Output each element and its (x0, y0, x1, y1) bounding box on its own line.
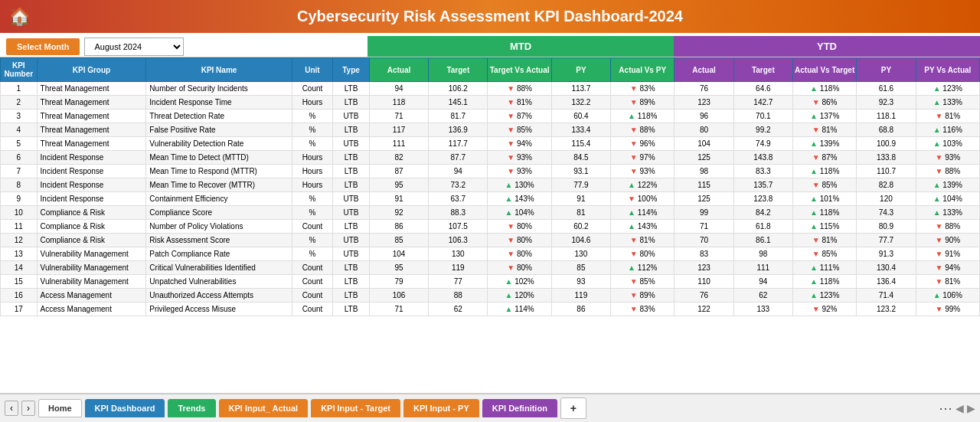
cell-unit: % (292, 123, 333, 137)
cell-unit: Hours (292, 178, 333, 192)
cell-ytd-py: 77.7 (857, 234, 916, 247)
col-header-ytd-py: PY (857, 58, 916, 82)
arrow-down-icon: ▼ (630, 126, 638, 134)
cell-mtd-py: 84.5 (551, 151, 610, 165)
cell-ytd-target: 64.6 (733, 82, 792, 96)
cell-type: UTB (333, 247, 370, 261)
tab-next-button[interactable]: › (21, 401, 35, 416)
cell-type: LTB (333, 96, 370, 110)
cell-ytd-py: 110.7 (857, 165, 916, 178)
tab-kpi-input-py[interactable]: KPI Input - PY (403, 399, 479, 417)
cell-ytd-actual: 80 (675, 123, 733, 137)
cell-type: LTB (333, 178, 370, 192)
tab-trends[interactable]: Trends (168, 399, 215, 417)
cell-group: Incident Response (37, 192, 146, 206)
table-row: 8 Incident Response Mean Time to Recover… (1, 178, 980, 192)
cell-group: Vulnerability Management (37, 247, 146, 261)
cell-name: Critical Vulnerabilities Identified (146, 261, 292, 275)
cell-ytd-avst: ▲ 115% (793, 220, 857, 234)
cell-mtd-target: 119 (429, 261, 488, 275)
cell-ytd-actual: 98 (675, 165, 733, 178)
kpi-table-wrapper: KPINumber KPI Group KPI Name Unit Type A… (0, 57, 980, 394)
cell-mtd-py: 60.2 (551, 220, 610, 234)
arrow-up-icon: ▲ (810, 263, 818, 272)
arrow-up-icon: ▲ (810, 139, 818, 148)
cell-ytd-avst: ▼ 81% (793, 234, 857, 247)
cell-mtd-tvsa: ▼ 80% (488, 261, 551, 275)
cell-mtd-target: 81.7 (429, 110, 488, 123)
table-row: 14 Vulnerability Management Critical Vul… (1, 261, 980, 275)
arrow-up-icon: ▲ (933, 139, 941, 148)
tab-home[interactable]: Home (38, 399, 82, 417)
cell-num: 6 (1, 151, 38, 165)
arrow-down-icon: ▼ (507, 167, 514, 175)
cell-ytd-actual: 122 (675, 303, 733, 316)
cell-ytd-pyva: ▼ 88% (916, 165, 979, 178)
table-row: 9 Incident Response Containment Efficien… (1, 192, 980, 206)
cell-group: Incident Response (37, 178, 146, 192)
cell-group: Threat Management (37, 123, 146, 137)
arrow-up-icon: ▲ (933, 84, 941, 93)
cell-mtd-py: 86 (551, 303, 610, 316)
cell-mtd-target: 130 (429, 247, 488, 261)
tab-add-button[interactable]: + (560, 397, 586, 419)
tab-prev-button[interactable]: ‹ (5, 401, 18, 416)
cell-num: 14 (1, 261, 38, 275)
arrow-down-icon: ▼ (630, 153, 638, 162)
cell-name: Patch Compliance Rate (146, 247, 292, 261)
cell-group: Incident Response (37, 151, 146, 165)
arrow-down-icon: ▼ (507, 98, 514, 106)
cell-name: Incident Response Time (146, 96, 292, 110)
cell-mtd-avspy: ▼ 97% (611, 151, 675, 165)
tab-more-button[interactable]: ⋯ (939, 400, 952, 417)
cell-name: Mean Time to Recover (MTTR) (146, 178, 292, 192)
cell-ytd-py: 118.1 (857, 110, 916, 123)
cell-mtd-target: 73.2 (429, 178, 488, 192)
cell-mtd-actual: 71 (369, 110, 428, 123)
cell-num: 1 (1, 82, 38, 96)
cell-mtd-tvsa: ▼ 94% (488, 137, 551, 151)
cell-ytd-avst: ▲ 137% (793, 110, 857, 123)
tab-kpi-dashboard[interactable]: KPI Dashboard (85, 399, 165, 417)
cell-mtd-avspy: ▼ 93% (611, 165, 675, 178)
cell-group: Vulnerability Management (37, 261, 146, 275)
cell-unit: % (292, 234, 333, 247)
cell-name: Threat Detection Rate (146, 110, 292, 123)
cell-name: Risk Assessment Score (146, 234, 292, 247)
arrow-down-icon: ▼ (630, 167, 638, 175)
cell-ytd-avst: ▼ 81% (793, 123, 857, 137)
cell-mtd-target: 63.7 (429, 192, 488, 206)
tab-kpi-definition[interactable]: KPI Definition (482, 399, 557, 417)
month-dropdown[interactable]: August 2024 July 2024 June 2024 (84, 38, 184, 56)
arrow-down-icon: ▼ (935, 305, 942, 313)
col-header-mtd-tvsa: Target Vs Actual (488, 58, 551, 82)
cell-group: Threat Management (37, 96, 146, 110)
tab-kpi-input-actual[interactable]: KPI Input_ Actual (219, 399, 309, 417)
cell-name: Number of Policy Violations (146, 220, 292, 234)
cell-ytd-target: 133 (733, 303, 792, 316)
tab-kpi-input-target[interactable]: KPI Input - Target (311, 399, 400, 417)
cell-ytd-pyva: ▼ 90% (916, 234, 979, 247)
arrow-up-icon: ▲ (628, 222, 635, 231)
cell-ytd-avst: ▼ 85% (793, 247, 857, 261)
cell-ytd-actual: 76 (675, 82, 733, 96)
arrow-down-icon: ▼ (812, 250, 820, 258)
cell-mtd-target: 136.9 (429, 123, 488, 137)
select-month-button[interactable]: Select Month (6, 38, 80, 55)
cell-num: 11 (1, 220, 38, 234)
tab-scroll-left[interactable]: ◀ (956, 402, 964, 414)
cell-mtd-avspy: ▼ 85% (611, 275, 675, 289)
cell-num: 8 (1, 178, 38, 192)
cell-ytd-pyva: ▲ 139% (916, 178, 979, 192)
col-header-kpi-name: KPI Name (146, 58, 292, 82)
col-header-kpi-group: KPI Group (37, 58, 146, 82)
table-row: 17 Access Management Privileged Access M… (1, 303, 980, 316)
arrow-up-icon: ▲ (505, 277, 512, 286)
cell-mtd-avspy: ▲ 114% (611, 206, 675, 220)
cell-ytd-target: 70.1 (733, 110, 792, 123)
col-header-mtd-avspy: Actual Vs PY (611, 58, 675, 82)
cell-num: 2 (1, 96, 38, 110)
tab-scroll-right[interactable]: ▶ (967, 402, 975, 414)
cell-ytd-actual: 123 (675, 96, 733, 110)
cell-mtd-target: 88.3 (429, 206, 488, 220)
